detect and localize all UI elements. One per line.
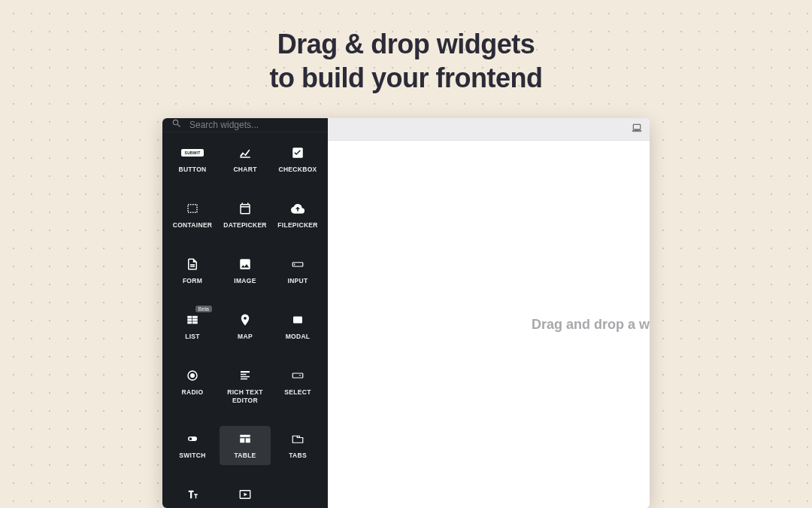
widget-table[interactable]: TABLE bbox=[220, 426, 271, 465]
widget-label: RICH TEXT EDITOR bbox=[227, 388, 263, 405]
table-icon bbox=[238, 430, 252, 447]
modal-icon bbox=[291, 312, 304, 328]
svg-point-14 bbox=[190, 373, 195, 378]
calendar-icon bbox=[238, 200, 252, 217]
widget-label: INPUT bbox=[288, 277, 308, 285]
svg-rect-7 bbox=[187, 319, 192, 321]
svg-rect-6 bbox=[192, 316, 198, 318]
list-icon bbox=[186, 312, 199, 328]
switch-icon bbox=[186, 430, 199, 447]
canvas-topbar bbox=[328, 118, 650, 141]
widget-label: SELECT bbox=[284, 388, 311, 397]
svg-rect-18 bbox=[241, 379, 247, 380]
widget-sidebar: SUBMIT BUTTON CHART CHECKBOX CO bbox=[162, 118, 328, 508]
richtext-icon bbox=[238, 367, 252, 384]
input-icon bbox=[291, 256, 304, 272]
select-icon bbox=[291, 367, 304, 384]
main-area: Drag and drop a w bbox=[328, 118, 650, 508]
widget-video[interactable]: VIDEO bbox=[220, 482, 271, 508]
headline-line1: Drag & drop widgets bbox=[0, 27, 812, 61]
tabs-icon bbox=[291, 430, 304, 447]
widget-checkbox[interactable]: CHECKBOX bbox=[272, 140, 323, 179]
canvas-hint: Drag and drop a w bbox=[532, 317, 650, 333]
widget-richtext[interactable]: RICH TEXT EDITOR bbox=[220, 363, 271, 409]
search-bar[interactable] bbox=[162, 118, 328, 132]
widget-label: TABS bbox=[289, 452, 307, 460]
checkbox-icon bbox=[291, 144, 304, 161]
widget-label: CHECKBOX bbox=[278, 166, 317, 174]
desktop-icon[interactable] bbox=[632, 123, 642, 136]
widget-form[interactable]: FORM bbox=[167, 251, 218, 291]
page-headline: Drag & drop widgets to build your fronte… bbox=[0, 27, 812, 95]
widget-switch[interactable]: SWITCH bbox=[167, 426, 218, 465]
svg-rect-17 bbox=[241, 376, 250, 378]
svg-rect-19 bbox=[292, 373, 303, 378]
widget-container[interactable]: CONTAINER bbox=[167, 196, 218, 235]
svg-rect-9 bbox=[187, 321, 192, 324]
widget-modal[interactable]: MODAL bbox=[272, 307, 323, 346]
widget-filepicker[interactable]: FILEPICKER bbox=[272, 196, 323, 235]
widget-label: DATEPICKER bbox=[223, 221, 267, 230]
button-icon: SUBMIT bbox=[181, 144, 205, 161]
svg-rect-16 bbox=[241, 374, 247, 376]
widget-grid: SUBMIT BUTTON CHART CHECKBOX CO bbox=[162, 132, 328, 508]
svg-rect-8 bbox=[192, 319, 198, 321]
widget-label: MAP bbox=[238, 333, 253, 341]
svg-rect-10 bbox=[192, 321, 198, 324]
headline-line2: to build your frontend bbox=[0, 61, 812, 95]
widget-label: FORM bbox=[183, 277, 202, 285]
widget-select[interactable]: SELECT bbox=[272, 363, 323, 409]
svg-rect-24 bbox=[635, 129, 638, 130]
widget-label: SWITCH bbox=[179, 452, 205, 460]
video-icon bbox=[238, 486, 252, 503]
image-icon bbox=[238, 256, 252, 272]
widget-label: TABLE bbox=[234, 452, 256, 460]
widget-label: MODAL bbox=[286, 333, 311, 341]
widget-datepicker[interactable]: DATEPICKER bbox=[220, 196, 271, 235]
widget-tabs[interactable]: TABS bbox=[272, 426, 323, 465]
widget-label: IMAGE bbox=[234, 277, 256, 285]
widget-label: CONTAINER bbox=[173, 221, 213, 230]
widget-label: CHART bbox=[233, 166, 256, 174]
widget-input[interactable]: INPUT bbox=[272, 251, 323, 291]
svg-rect-2 bbox=[188, 205, 197, 213]
widget-radio[interactable]: RADIO bbox=[167, 363, 218, 409]
widget-list[interactable]: Beta LIST bbox=[167, 307, 218, 346]
widget-label: BUTTON bbox=[178, 166, 206, 174]
svg-rect-4 bbox=[294, 263, 295, 265]
widget-image[interactable]: IMAGE bbox=[220, 251, 271, 291]
cloud-upload-icon bbox=[291, 200, 304, 217]
svg-point-21 bbox=[189, 437, 192, 440]
svg-rect-15 bbox=[241, 371, 250, 373]
empty-cell bbox=[272, 482, 323, 508]
search-icon bbox=[171, 118, 182, 132]
widget-button[interactable]: SUBMIT BUTTON bbox=[167, 140, 218, 179]
radio-icon bbox=[186, 367, 199, 384]
map-pin-icon bbox=[238, 312, 252, 328]
app-window: SUBMIT BUTTON CHART CHECKBOX CO bbox=[162, 118, 650, 508]
widget-label: RADIO bbox=[182, 388, 204, 397]
container-icon bbox=[186, 200, 199, 217]
search-input[interactable] bbox=[189, 120, 319, 130]
drop-canvas[interactable]: Drag and drop a w bbox=[328, 141, 650, 508]
text-icon bbox=[186, 486, 199, 503]
svg-rect-0 bbox=[240, 157, 250, 158]
widget-text[interactable]: TEXT bbox=[167, 482, 218, 508]
widget-label: LIST bbox=[185, 333, 200, 341]
form-icon bbox=[186, 256, 199, 272]
svg-rect-5 bbox=[187, 316, 192, 318]
beta-badge: Beta bbox=[195, 306, 212, 312]
widget-map[interactable]: MAP bbox=[220, 307, 271, 346]
widget-chart[interactable]: CHART bbox=[220, 140, 271, 179]
widget-label: FILEPICKER bbox=[277, 221, 318, 230]
chart-icon bbox=[238, 144, 252, 161]
svg-rect-23 bbox=[633, 124, 640, 129]
